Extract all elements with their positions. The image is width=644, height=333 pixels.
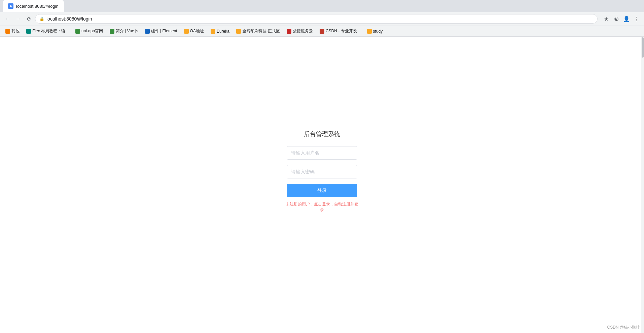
bookmark-eureka[interactable]: Eureka [208,28,232,34]
login-button[interactable]: 登录 [287,184,357,197]
bookmark-study-label: study [373,29,383,34]
tab-title: localhost:8080/#/login [16,4,59,9]
browser-chrome: A localhost:8080/#/login ← → ⟳ 🔒 localho… [0,0,644,37]
bookmark-dingding-label: 鼎捷服务云 [293,28,313,34]
register-hint: 未注册的用户，点击登录，自动注册并登录 [285,201,359,213]
bookmark-eureka-label: Eureka [217,29,229,34]
bookmarks-bar: 其他 Flex 布局教程：语... uni-app官网 简介 | Vue.js … [0,26,644,36]
bookmark-csdn[interactable]: CSDN - 专业开发... [317,28,363,35]
bookmark-csdn-label: CSDN - 专业开发... [326,28,360,34]
login-title: 后台管理系统 [304,130,340,138]
bookmark-vuejs-icon [110,29,114,34]
bookmark-study[interactable]: study [364,28,386,34]
bookmark-other[interactable]: 其他 [3,28,22,35]
bookmark-jintian-icon [236,29,241,34]
tab-bar: A localhost:8080/#/login [0,0,644,12]
bookmark-flex-label: Flex 布局教程：语... [32,28,69,34]
toolbar: ← → ⟳ 🔒 localhost:8080/#/login ★ ☯ 👤 ⋮ [0,12,644,26]
bookmark-oa-label: OA地址 [190,28,204,34]
profile-button[interactable]: 👤 [622,14,631,24]
watermark: CSDN @猫小悦叶 [607,325,640,330]
bookmark-star-button[interactable]: ★ [602,14,611,24]
bookmark-element[interactable]: 组件 | Element [142,28,180,35]
address-text: localhost:8080/#/login [46,16,593,22]
toolbar-right-buttons: ★ ☯ 👤 ⋮ [602,14,641,24]
page-content: 后台管理系统 登录 未注册的用户，点击登录，自动注册并登录 CSDN @猫小悦叶 [0,37,644,333]
bookmark-eureka-icon [211,29,215,34]
bookmark-vuejs-label: 简介 | Vue.js [116,28,138,34]
bookmark-dingding-icon [287,29,291,34]
lock-icon: 🔒 [39,16,44,21]
bookmark-uniapp[interactable]: uni-app官网 [73,28,106,35]
tab-favicon: A [8,3,13,9]
bookmark-flex[interactable]: Flex 布局教程：语... [24,28,71,35]
bookmark-element-label: 组件 | Element [151,28,177,34]
bookmark-csdn-icon [320,29,324,34]
bookmark-other-icon [5,29,10,34]
username-input[interactable] [287,146,357,160]
bookmark-oa-icon [184,29,189,34]
forward-button[interactable]: → [13,14,23,24]
extensions-button[interactable]: ☯ [612,14,621,24]
scrollbar[interactable] [641,37,644,333]
login-container: 后台管理系统 登录 未注册的用户，点击登录，自动注册并登录 [285,130,359,213]
bookmark-vuejs[interactable]: 简介 | Vue.js [107,28,141,35]
bookmark-dingding[interactable]: 鼎捷服务云 [284,28,316,35]
back-button[interactable]: ← [3,14,12,24]
bookmark-other-label: 其他 [11,28,20,34]
password-input[interactable] [287,165,357,178]
bookmark-flex-icon [26,29,31,34]
menu-button[interactable]: ⋮ [632,14,641,24]
reload-button[interactable]: ⟳ [24,14,34,24]
active-tab[interactable]: A localhost:8080/#/login [3,0,64,12]
bookmark-study-icon [367,29,372,34]
scrollbar-thumb [642,37,644,58]
bookmark-uniapp-label: uni-app官网 [81,28,103,34]
bookmark-oa[interactable]: OA地址 [181,28,207,35]
address-bar[interactable]: 🔒 localhost:8080/#/login [35,14,598,24]
bookmark-uniapp-icon [75,29,80,34]
bookmark-jintian[interactable]: 金箭印刷科技-正式区 [234,28,283,35]
bookmark-element-icon [145,29,150,34]
bookmark-jintian-label: 金箭印刷科技-正式区 [242,28,280,34]
